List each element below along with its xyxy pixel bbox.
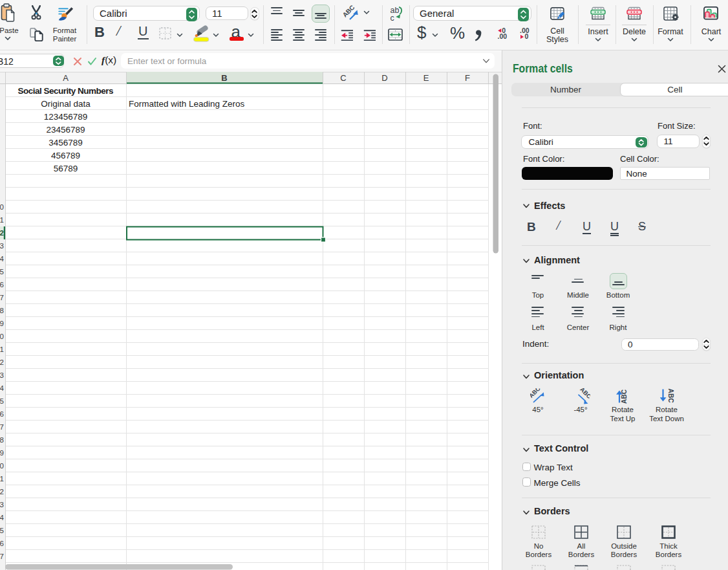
svg-text:C: C [340, 73, 346, 83]
svg-text:56789: 56789 [54, 164, 78, 173]
svg-text:Social Security Numbers: Social Security Numbers [18, 86, 114, 96]
svg-text:ABC: ABC [621, 389, 628, 404]
svg-text:3456789: 3456789 [48, 138, 83, 148]
svg-text:ABC: ABC [530, 388, 542, 399]
svg-text:2: 2 [0, 488, 4, 496]
svg-text:2: 2 [0, 229, 4, 237]
svg-text:6: 6 [0, 281, 4, 289]
svg-text:9: 9 [0, 449, 4, 457]
svg-text:456789: 456789 [51, 151, 80, 160]
svg-text:4: 4 [0, 255, 5, 263]
svg-text:23456789: 23456789 [46, 125, 85, 135]
svg-text:c: c [391, 14, 394, 22]
svg-text:E: E [423, 73, 429, 83]
svg-text:1: 1 [0, 475, 4, 483]
svg-text:A: A [63, 73, 69, 83]
svg-text:3: 3 [0, 501, 4, 509]
svg-text:8: 8 [0, 307, 4, 314]
svg-text:0: 0 [0, 203, 4, 211]
svg-text:Original data: Original data [41, 99, 91, 109]
svg-text:0: 0 [524, 32, 528, 40]
svg-text:Formatted with Leading Zeros: Formatted with Leading Zeros [129, 99, 245, 109]
svg-text:B: B [221, 73, 227, 83]
svg-text:D: D [381, 73, 387, 83]
svg-text:9: 9 [0, 320, 4, 327]
svg-text:3: 3 [0, 371, 4, 379]
svg-text:123456789: 123456789 [44, 112, 88, 122]
svg-text:0: 0 [0, 462, 4, 470]
svg-text:ABC: ABC [667, 389, 674, 404]
svg-text:.00: .00 [498, 32, 508, 40]
svg-text:5: 5 [0, 397, 4, 405]
svg-text:2: 2 [0, 358, 4, 366]
svg-text:3: 3 [0, 242, 4, 250]
svg-text:8: 8 [0, 436, 4, 444]
svg-text:6: 6 [0, 410, 4, 418]
svg-text:0: 0 [0, 333, 4, 340]
svg-text:7: 7 [0, 423, 4, 431]
svg-text:7: 7 [0, 294, 4, 301]
svg-text:5: 5 [0, 527, 4, 534]
svg-text:4: 4 [0, 514, 5, 521]
svg-text:6: 6 [0, 540, 4, 547]
svg-text:4: 4 [0, 384, 5, 392]
svg-text:1: 1 [0, 345, 4, 353]
svg-text:F: F [465, 73, 470, 83]
svg-text:5: 5 [0, 268, 4, 276]
svg-text:7: 7 [0, 553, 4, 560]
svg-text:ABC: ABC [579, 388, 590, 400]
svg-text:1: 1 [0, 216, 4, 224]
